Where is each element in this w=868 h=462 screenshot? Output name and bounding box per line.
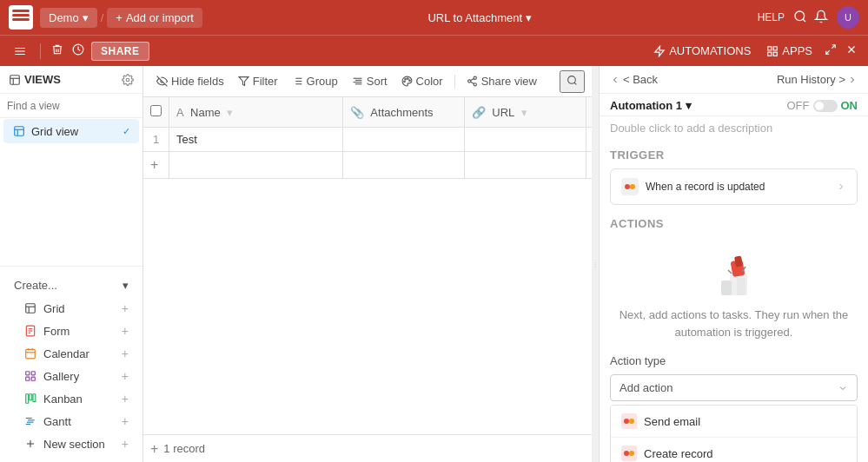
sort-icon xyxy=(352,76,363,87)
action-menu: Send email Create record xyxy=(610,405,858,462)
close-icon-btn[interactable] xyxy=(844,42,859,60)
share-button[interactable]: SHARE xyxy=(91,42,149,61)
trigger-item[interactable]: When a record is updated xyxy=(610,168,858,205)
add-row-button[interactable]: + xyxy=(150,157,158,173)
views-header: VIEWS xyxy=(0,66,142,94)
sort-button[interactable]: Sort xyxy=(346,72,394,90)
page-title: URL to Attachment ▾ xyxy=(388,11,573,24)
bell-icon-btn[interactable] xyxy=(812,8,830,28)
gantt-icon xyxy=(24,415,36,427)
svg-rect-3 xyxy=(12,10,30,12)
sidebar-item-grid-view[interactable]: Grid view ✓ xyxy=(3,119,139,143)
resize-handle[interactable]: ⋮ xyxy=(592,66,599,462)
svg-rect-77 xyxy=(737,278,745,295)
view-type-gantt[interactable]: Gantt + xyxy=(7,410,136,432)
main-content: VIEWS Grid view ✓ Create... ▾ Grid + xyxy=(0,66,868,462)
svg-rect-22 xyxy=(15,127,24,136)
panel-content: TRIGGER When a record is updated ACTIONS xyxy=(600,140,868,462)
workspace-button[interactable]: Demo ▾ xyxy=(40,8,97,28)
view-type-grid[interactable]: Grid + xyxy=(7,297,136,320)
action-create-record[interactable]: Create record xyxy=(611,438,857,462)
action-send-email[interactable]: Send email xyxy=(611,406,857,438)
filter-button[interactable]: Filter xyxy=(232,72,284,90)
view-type-calendar[interactable]: Calendar + xyxy=(7,342,136,365)
automation-toggle: OFF ON xyxy=(787,99,858,112)
create-record-icon xyxy=(621,446,637,461)
svg-line-15 xyxy=(826,50,830,54)
grid-icon xyxy=(24,302,36,314)
trash-icon-btn[interactable] xyxy=(50,42,65,60)
automation-title-bar: Automation 1 ▾ OFF ON xyxy=(600,94,868,116)
svg-rect-32 xyxy=(26,349,36,359)
automation-panel: < Back Run History > Automation 1 ▾ OFF … xyxy=(599,66,868,462)
svg-rect-38 xyxy=(26,377,30,380)
automations-button[interactable]: AUTOMATIONS xyxy=(648,42,756,60)
share-view-button[interactable]: Share view xyxy=(461,72,543,90)
form-icon xyxy=(24,325,36,337)
back-icon xyxy=(610,75,620,85)
share-icon xyxy=(467,76,478,87)
view-type-kanban[interactable]: Kanban + xyxy=(7,387,136,410)
footer-add-row-button[interactable]: + xyxy=(150,441,158,457)
add-column-header[interactable]: + xyxy=(586,97,593,128)
svg-rect-41 xyxy=(30,394,32,400)
settings-icon[interactable] xyxy=(122,74,134,86)
gallery-icon xyxy=(24,370,36,382)
history-icon-btn[interactable] xyxy=(70,42,86,60)
select-all-checkbox[interactable] xyxy=(150,105,162,116)
view-type-new-section[interactable]: New section + xyxy=(7,432,136,455)
automation-name[interactable]: Automation 1 ▾ xyxy=(610,99,692,112)
automation-description[interactable]: Double click to add a description xyxy=(600,116,868,140)
top-navigation: Demo ▾ / + Add or import URL to Attachme… xyxy=(0,0,868,35)
kanban-icon xyxy=(24,393,36,405)
plus-icon: + xyxy=(122,414,129,428)
menu-icon-btn[interactable] xyxy=(9,43,31,60)
svg-point-21 xyxy=(126,78,129,82)
dropdown-arrow-icon xyxy=(838,383,848,393)
create-section[interactable]: Create... ▾ xyxy=(7,274,136,297)
chevron-right-icon xyxy=(836,182,846,192)
apps-button[interactable]: APPS xyxy=(761,42,818,60)
svg-rect-7 xyxy=(15,50,25,51)
color-button[interactable]: Color xyxy=(395,72,449,90)
plus-icon: + xyxy=(122,437,129,451)
view-type-gallery[interactable]: Gallery + xyxy=(7,365,136,387)
view-type-form[interactable]: Form + xyxy=(7,320,136,342)
attachments-column-header[interactable]: 📎 Attachments xyxy=(343,97,465,128)
svg-rect-42 xyxy=(33,394,36,402)
hide-fields-button[interactable]: Hide fields xyxy=(150,72,230,90)
name-column-header[interactable]: A Name ▾ xyxy=(169,97,343,128)
add-action-dropdown[interactable]: Add action xyxy=(610,374,858,401)
url-column-header[interactable]: 🔗 URL ▾ xyxy=(465,97,586,128)
svg-rect-40 xyxy=(26,394,29,404)
name-cell[interactable]: Test xyxy=(169,128,343,152)
url-cell[interactable] xyxy=(465,128,586,152)
chevron-right-icon xyxy=(847,75,858,85)
svg-point-87 xyxy=(629,451,634,456)
expand-icon-btn[interactable] xyxy=(823,42,838,60)
svg-point-70 xyxy=(568,76,576,83)
svg-line-14 xyxy=(832,45,835,49)
svg-line-80 xyxy=(728,270,732,274)
views-icon xyxy=(9,74,21,86)
find-view-input[interactable] xyxy=(7,100,136,112)
search-icon-btn[interactable] xyxy=(792,8,809,28)
run-history-button[interactable]: Run History > xyxy=(777,73,858,86)
group-button[interactable]: Group xyxy=(286,72,344,90)
plus-icon: + xyxy=(122,324,129,338)
trigger-icon xyxy=(621,178,639,195)
svg-line-71 xyxy=(574,82,576,84)
help-link[interactable]: HELP xyxy=(758,11,785,23)
back-button[interactable]: < Back xyxy=(610,73,658,86)
search-button[interactable] xyxy=(560,70,585,93)
attachments-cell[interactable] xyxy=(343,128,465,152)
svg-point-74 xyxy=(630,184,635,189)
add-row-row: + xyxy=(143,152,592,179)
svg-point-65 xyxy=(474,76,476,79)
grid-area: Hide fields Filter Group Sort Color Sh xyxy=(143,66,592,462)
add-or-import-button[interactable]: + Add or import xyxy=(107,8,202,28)
toggle-switch[interactable] xyxy=(813,100,838,112)
avatar[interactable]: U xyxy=(837,6,859,29)
svg-rect-0 xyxy=(9,5,33,30)
logo[interactable] xyxy=(9,5,33,30)
